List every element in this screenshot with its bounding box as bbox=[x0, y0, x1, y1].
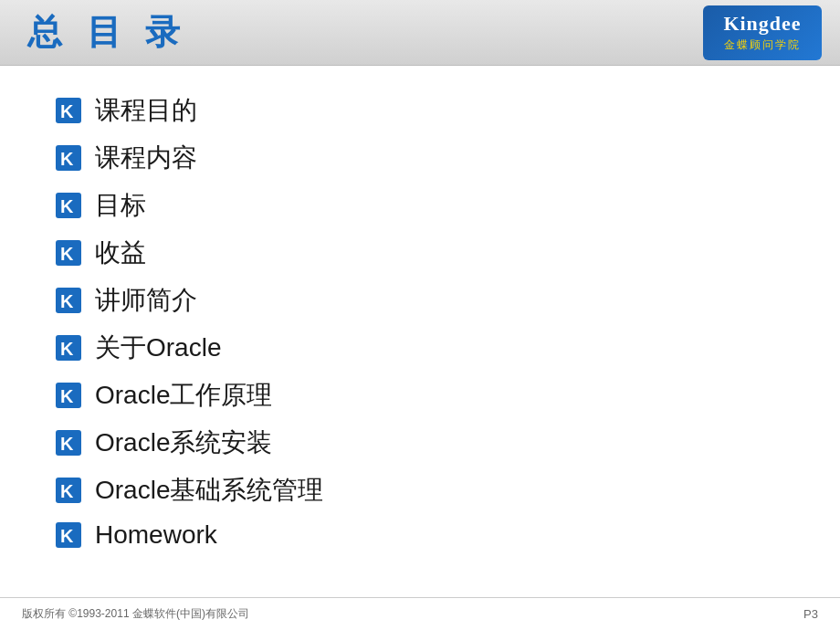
menu-item-label: 讲师简介 bbox=[95, 283, 197, 318]
svg-text:K: K bbox=[60, 149, 74, 169]
menu-item-label: Homework bbox=[95, 520, 217, 550]
logo-brand: Kingdee bbox=[723, 12, 801, 36]
menu-item: K Oracle基础系统管理 bbox=[55, 473, 794, 508]
svg-text:K: K bbox=[60, 386, 74, 406]
svg-text:K: K bbox=[60, 339, 74, 359]
k-bullet-icon: K bbox=[55, 192, 82, 219]
k-bullet-icon: K bbox=[55, 382, 82, 409]
menu-item: K 讲师简介 bbox=[55, 283, 794, 318]
main-content: K 课程目的 K 课程内容 K 目标 K 收益 K 讲师简介 K 关于Oracl… bbox=[0, 66, 840, 550]
logo-sub: 金蝶顾问学院 bbox=[724, 37, 801, 53]
logo: Kingdee 金蝶顾问学院 bbox=[703, 5, 822, 60]
menu-item-label: 收益 bbox=[95, 236, 146, 270]
k-bullet-icon: K bbox=[55, 97, 82, 124]
svg-text:K: K bbox=[60, 101, 74, 121]
menu-item-label: Oracle系统安装 bbox=[95, 425, 272, 460]
k-bullet-icon: K bbox=[55, 521, 82, 549]
menu-item: K 收益 bbox=[55, 236, 794, 270]
menu-item: K Oracle系统安装 bbox=[55, 425, 794, 460]
menu-item-label: 课程目的 bbox=[95, 93, 197, 128]
menu-item-label: 课程内容 bbox=[95, 141, 197, 175]
menu-item: K 课程目的 bbox=[55, 93, 794, 128]
menu-item-label: 目标 bbox=[95, 188, 146, 223]
svg-text:K: K bbox=[60, 481, 74, 501]
menu-item-label: 关于Oracle bbox=[95, 331, 221, 365]
menu-item: K Homework bbox=[55, 520, 794, 550]
copyright-text: 版权所有 ©1993-2011 金蝶软件(中国)有限公司 bbox=[22, 606, 249, 622]
menu-item: K 关于Oracle bbox=[55, 331, 794, 365]
page-title: 总 目 录 bbox=[27, 9, 187, 56]
svg-text:K: K bbox=[60, 196, 74, 216]
svg-text:K: K bbox=[60, 434, 74, 454]
menu-item: K 目标 bbox=[55, 188, 794, 223]
menu-item-label: Oracle工作原理 bbox=[95, 378, 272, 413]
svg-text:K: K bbox=[60, 291, 74, 311]
svg-text:K: K bbox=[60, 526, 74, 546]
header: 总 目 录 Kingdee 金蝶顾问学院 bbox=[0, 0, 840, 66]
menu-item: K Oracle工作原理 bbox=[55, 378, 794, 413]
menu-item-label: Oracle基础系统管理 bbox=[95, 473, 323, 508]
k-bullet-icon: K bbox=[55, 239, 82, 267]
k-bullet-icon: K bbox=[55, 334, 82, 362]
k-bullet-icon: K bbox=[55, 287, 82, 314]
menu-item: K 课程内容 bbox=[55, 141, 794, 175]
page-number: P3 bbox=[803, 607, 818, 621]
svg-text:K: K bbox=[60, 244, 74, 264]
k-bullet-icon: K bbox=[55, 144, 82, 172]
footer: 版权所有 ©1993-2011 金蝶软件(中国)有限公司 P3 bbox=[0, 597, 840, 630]
k-bullet-icon: K bbox=[55, 477, 82, 504]
k-bullet-icon: K bbox=[55, 429, 82, 457]
